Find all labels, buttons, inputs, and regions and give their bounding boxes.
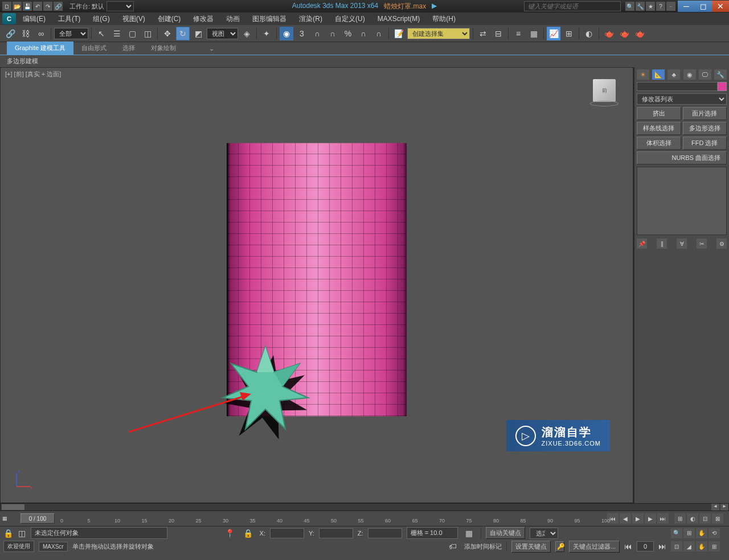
- lock-icon[interactable]: 🔒: [3, 526, 13, 540]
- ribbon-polymodel[interactable]: 多边形建模: [7, 57, 38, 65]
- pin-stack-icon[interactable]: 📌: [637, 238, 647, 249]
- zoom-icon[interactable]: 🔍: [671, 528, 682, 538]
- poly-select-button[interactable]: 多边形选择: [683, 122, 727, 135]
- star-icon[interactable]: ★: [646, 2, 655, 11]
- unique-icon[interactable]: ∀: [677, 238, 687, 249]
- volume-select-button[interactable]: 体积选择: [637, 137, 681, 150]
- move-tool-icon[interactable]: ✥: [161, 27, 174, 40]
- select-name-icon[interactable]: ☰: [110, 27, 124, 40]
- viewcube[interactable]: 前: [593, 79, 616, 102]
- goto-end-icon[interactable]: ⏭: [657, 513, 669, 524]
- autokey-button[interactable]: 自动关键点: [486, 527, 525, 539]
- iso-icon[interactable]: ◫: [17, 526, 26, 540]
- configure-icon[interactable]: ⚙: [716, 238, 727, 249]
- tag-icon[interactable]: 🏷: [446, 540, 460, 553]
- nav-tool4-icon[interactable]: ⊠: [712, 513, 723, 524]
- play-icon[interactable]: ▶: [432, 2, 437, 11]
- menu-rendering[interactable]: 渲染(R): [293, 13, 328, 26]
- tool-icon[interactable]: 🔧: [636, 2, 645, 11]
- max-view-icon[interactable]: ⊡: [671, 541, 682, 551]
- play-icon[interactable]: ▶: [632, 513, 644, 524]
- ribbon-tab-selection[interactable]: 选择: [114, 42, 143, 55]
- lock2-icon[interactable]: 🔒: [241, 526, 255, 540]
- remove-mod-icon[interactable]: ✂: [697, 238, 707, 249]
- setkey-button[interactable]: 设置关键点: [511, 541, 551, 553]
- face-select-button[interactable]: 面片选择: [683, 107, 727, 120]
- save-icon[interactable]: 💾: [23, 2, 32, 11]
- percent-snap-icon[interactable]: ∩: [310, 27, 324, 40]
- render-setup-icon[interactable]: 🫖: [602, 27, 616, 40]
- manipulate-icon[interactable]: ✦: [260, 27, 273, 40]
- menu-animation[interactable]: 动画: [220, 13, 245, 26]
- percent-icon[interactable]: %: [341, 27, 355, 40]
- show-result-icon[interactable]: ‖: [657, 238, 667, 249]
- menu-help[interactable]: 帮助(H): [427, 13, 461, 26]
- edit-named-icon[interactable]: 📝: [392, 27, 406, 40]
- star-object[interactable]: [208, 335, 322, 449]
- fov-icon[interactable]: ◢: [683, 541, 695, 551]
- spinner-next-icon[interactable]: ⏭: [658, 540, 666, 553]
- nav-tool1-icon[interactable]: ⊞: [674, 513, 686, 524]
- grid-icon[interactable]: ▦: [462, 526, 476, 540]
- add-time-tag[interactable]: 添加时间标记: [464, 542, 502, 551]
- layers-icon[interactable]: ≡: [511, 27, 525, 40]
- timeline-config-icon[interactable]: ▦: [0, 514, 9, 523]
- align-icon[interactable]: ⊟: [492, 27, 505, 40]
- schematic-icon[interactable]: ⊞: [562, 27, 576, 40]
- maxscript-listener[interactable]: MAXScr: [39, 542, 68, 551]
- help-icon[interactable]: ?: [656, 2, 665, 11]
- ribbon-collapse-icon[interactable]: ⌄: [201, 43, 222, 55]
- link-icon[interactable]: 🔗: [54, 2, 63, 11]
- pan-icon[interactable]: ✋: [696, 528, 707, 538]
- menu-modifiers[interactable]: 修改器: [187, 13, 219, 26]
- named-selection-select[interactable]: 创建选择集: [407, 28, 470, 39]
- snap-icon[interactable]: ∩: [357, 27, 370, 40]
- maximize-button[interactable]: ◻: [695, 1, 712, 12]
- bind-tool-icon[interactable]: ∞: [34, 27, 48, 40]
- spline-select-button[interactable]: 样条线选择: [637, 122, 681, 135]
- ribbon-tab-paint[interactable]: 对象绘制: [143, 42, 184, 55]
- extrude-button[interactable]: 挤出: [637, 107, 681, 120]
- ribbon-tab-graphite[interactable]: Graphite 建模工具: [7, 42, 73, 55]
- viewport[interactable]: [+] [前] [真实 + 边面] 前: [0, 67, 633, 503]
- new-icon[interactable]: 🗋: [2, 2, 11, 11]
- binoculars-icon[interactable]: 🔍: [625, 2, 634, 11]
- menu-group[interactable]: 组(G): [87, 13, 115, 26]
- create-tab-icon[interactable]: ☀: [637, 69, 649, 80]
- rendered-frame-icon[interactable]: 🫖: [617, 27, 631, 40]
- time-ruler[interactable]: 0510152025303540455055606570758085909510…: [60, 513, 601, 524]
- rotate-tool-icon[interactable]: ↻: [176, 27, 190, 40]
- app-icon[interactable]: C: [2, 13, 16, 24]
- menu-create[interactable]: 创建(C): [152, 13, 187, 26]
- nurbs-select-button[interactable]: NURBS 曲面选择: [637, 151, 727, 164]
- utilities-tab-icon[interactable]: 🔧: [714, 69, 727, 80]
- hierarchy-tab-icon[interactable]: ♣: [667, 69, 680, 80]
- pan2-icon[interactable]: ✋: [696, 541, 707, 551]
- motion-tab-icon[interactable]: ◉: [683, 69, 696, 80]
- key-icon[interactable]: 🔑: [555, 541, 564, 552]
- orbit-icon[interactable]: ⟲: [708, 528, 720, 538]
- menu-maxscript[interactable]: MAXScript(M): [372, 13, 426, 24]
- curve-editor-icon[interactable]: 📈: [547, 27, 560, 40]
- select-region-icon[interactable]: ▢: [125, 27, 139, 40]
- menu-graph-editors[interactable]: 图形编辑器: [247, 13, 292, 26]
- frame-spinner[interactable]: [637, 541, 654, 551]
- link-tool-icon[interactable]: 🔗: [3, 27, 17, 40]
- modify-tab-icon[interactable]: 📐: [652, 69, 665, 80]
- object-color-swatch[interactable]: [718, 82, 727, 91]
- dropdown-icon[interactable]: −: [666, 2, 675, 11]
- snap-toggle-icon[interactable]: ◉: [280, 27, 293, 40]
- undo-icon[interactable]: ↶: [33, 2, 42, 11]
- key-mode-select[interactable]: 选定对: [530, 528, 558, 539]
- pin-icon[interactable]: 📍: [223, 526, 237, 540]
- window-crossing-icon[interactable]: ◫: [141, 27, 154, 40]
- modifier-stack[interactable]: [637, 167, 727, 235]
- scale-tool-icon[interactable]: ◩: [191, 27, 205, 40]
- key-filter-button[interactable]: 关键点过滤器...: [569, 541, 620, 553]
- ref-coord-select[interactable]: 视图: [207, 28, 238, 39]
- selection-filter-select[interactable]: 全部: [54, 28, 88, 39]
- nav-tool2-icon[interactable]: ◐: [687, 513, 698, 524]
- minimize-button[interactable]: ─: [678, 1, 695, 12]
- y-coord-input[interactable]: [319, 528, 353, 538]
- zoom-all-icon[interactable]: ⊞: [683, 528, 695, 538]
